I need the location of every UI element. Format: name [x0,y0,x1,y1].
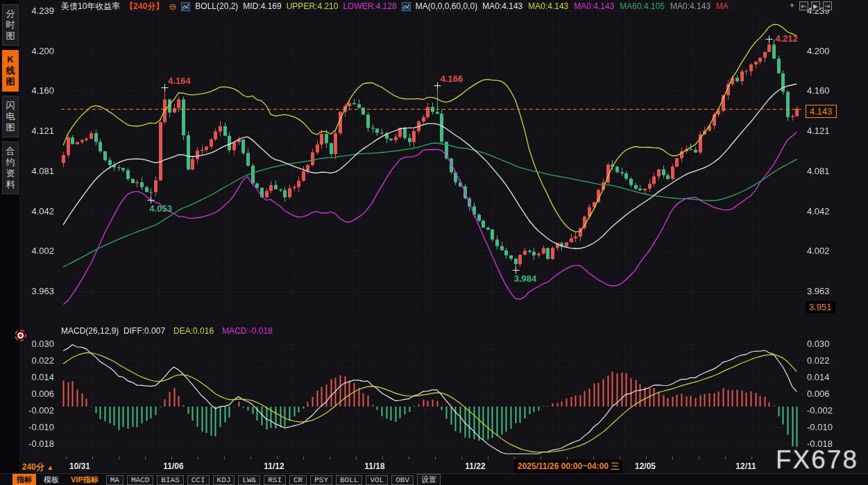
boll-label: BOLL(20,2) [195,1,238,11]
chart-toolbar-icons: +⇤▶⇥ [788,1,832,10]
price-axis-right-label: 4.200 [807,46,830,56]
date-label: 11/18 [354,461,395,471]
ma-value: MA0:4.143 [574,1,614,11]
annotation-4.166: 4.166 [441,74,463,84]
price-axis-right-label: 4.160 [807,85,830,96]
boll-mid-value: MID:4.169 [243,1,281,11]
instrument-title: 美债10年收益率 [61,1,120,12]
toolbar-item-BIAS[interactable]: BIAS [157,475,183,485]
macd-axis-right-label: 0.006 [807,389,830,399]
toolbar-item-指标[interactable]: 指标 [12,474,36,485]
sidebar-item-2[interactable]: 闪 电 图 [2,96,19,137]
price-axis-left-label: 4.002 [21,246,54,256]
toolbar-item-PSY[interactable]: PSY [310,475,332,485]
annotation-3.984: 3.984 [514,273,537,284]
macd-axis-right-label: -0.002 [807,405,833,416]
macd-header: MACD(26,12,9) DIFF:0.007 DEA:0.016 MACD:… [61,326,273,336]
ma-value: MA0:4.143 [670,1,710,11]
toolbar-item-LW&[interactable]: LW& [238,475,260,485]
alert-sun-icon [15,330,26,341]
left-sidebar: 分 时 图K 线 图闪 电 图合 约 资 料 [0,0,19,485]
labels-layer: 4.2394.2394.2004.2004.1604.1604.1214.121… [0,0,868,485]
toolbar-item-VOL[interactable]: VOL [366,475,388,485]
macd-axis-left-label: 0.006 [21,389,54,399]
ma-label: MA(0,0,0,60,0,0) [416,1,477,11]
ma-values: MA0:4.143MA0:4.143MA0:4.143MA60:4.105MA0… [482,1,729,11]
price-axis-right-label: 4.042 [807,206,830,216]
ma-value: MA0:4.143 [482,1,522,11]
sidebar-item-3[interactable]: 合 约 资 料 [2,142,19,194]
price-axis-left-label: 4.042 [21,206,54,216]
bottom-timeframe[interactable]: 240分 ▲ [22,461,53,473]
date-label: 11/06 [153,461,194,471]
toolbar-item-MACD[interactable]: MACD [127,475,153,485]
ma-value: MA [716,1,729,11]
boll-chart-icon [181,2,190,11]
macd-axis-right-label: 0.022 [807,355,830,366]
macd-axis-right-label: 0.030 [807,339,830,349]
macd-axis-right-label: -0.010 [807,422,833,432]
toolbar-item-RSI[interactable]: RSI [264,475,286,485]
price-axis-left-label: 4.121 [21,126,54,136]
macd-axis-left-label: -0.018 [21,439,54,449]
ma-chart-icon [402,2,411,11]
trading-app-window: 4.2394.2394.2004.2004.1604.1604.1214.121… [0,0,868,485]
annotation-4.053: 4.053 [149,203,172,214]
crosshair-icon[interactable]: + [788,1,797,10]
macd-diff-value: DIFF:0.007 [124,326,165,336]
annotation-4.164: 4.164 [168,76,191,86]
toolbar-item-BOLL[interactable]: BOLL [336,475,362,485]
sidebar-item-0[interactable]: 分 时 图 [2,4,19,46]
date-label: 11/22 [454,461,496,471]
toolbar-item-CCI[interactable]: CCI [187,475,210,485]
macd-macd-value: MACD:-0.018 [222,326,273,336]
step-forward-icon[interactable]: ▶ [811,1,820,10]
sidebar-item-1[interactable]: K 线 图 [2,50,19,92]
price-axis-right-label: 4.121 [807,126,830,136]
ma-value: MA0:4.143 [528,1,568,11]
price-axis-right-label: 4.002 [807,246,830,256]
toolbar-item-OBV[interactable]: OBV [391,475,414,485]
chart-header: 美债10年收益率 【240分】 ⊖ BOLL(20,2) MID:4.169 U… [61,0,729,12]
indicator-toolbar: 指标模板VIP指标MAMACDBIASCCIKDJLW&RSICRPSYBOLL… [0,473,868,485]
date-label: 12/11 [725,461,767,471]
sun-dot [19,334,22,337]
price-axis-right-label: 3.963 [807,286,830,296]
triangle-up-icon: ▲ [46,463,53,471]
price-axis-right-label: 4.081 [807,166,830,176]
annotation-4.212: 4.212 [775,33,798,44]
boll-lower-value: LOWER:4.128 [343,1,396,11]
macd-axis-left-label: 0.022 [21,355,54,366]
toolbar-item-CR[interactable]: CR [289,475,307,485]
toolbar-item-模板[interactable]: 模板 [40,474,63,485]
pan-right-icon[interactable]: ⇥ [823,1,832,10]
toolbar-items: 指标模板VIP指标MAMACDBIASCCIKDJLW&RSICRPSYBOLL… [12,474,441,485]
low-price-tag: 3.951 [806,301,835,313]
price-axis-left-label: 3.963 [21,286,54,296]
toolbar-item-MA[interactable]: MA [106,475,124,485]
pan-left-icon[interactable]: ⇤ [799,1,808,10]
watermark-logo: FX678 [776,445,858,475]
price-axis-left-label: 4.200 [21,46,54,56]
date-label: 11/12 [253,461,295,471]
macd-axis-left-label: 0.014 [21,372,54,382]
macd-axis-left-label: -0.010 [21,422,54,432]
toolbar-item-设置[interactable]: 设置 [417,474,441,485]
macd-dea-value: DEA:0.016 [173,326,214,336]
toolbar-item-KDJ[interactable]: KDJ [213,475,235,485]
ma-value: MA60:4.105 [620,1,665,11]
macd-axis-right-label: 0.014 [807,372,830,382]
price-axis-left-label: 4.160 [21,85,54,96]
date-label: 12/05 [624,461,666,471]
boll-upper-value: UPPER:4.210 [287,1,339,11]
price-axis-left-label: 4.081 [21,166,54,176]
macd-label: MACD(26,12,9) DIFF:0.007 [61,326,165,336]
timeframe-tag: 【240分】 [125,1,164,12]
macd-axis-left-label: -0.002 [21,405,54,416]
collapse-icon[interactable]: ⊖ [169,1,176,12]
date-label: 10/31 [59,461,101,471]
date-highlight-label: 2025/11/26 00:00~04:00 三 [514,460,622,473]
price-axis-left-label: 4.239 [21,6,54,16]
toolbar-item-VIP指标[interactable]: VIP指标 [67,474,103,485]
last-price-tag: 4.143 [806,105,837,118]
